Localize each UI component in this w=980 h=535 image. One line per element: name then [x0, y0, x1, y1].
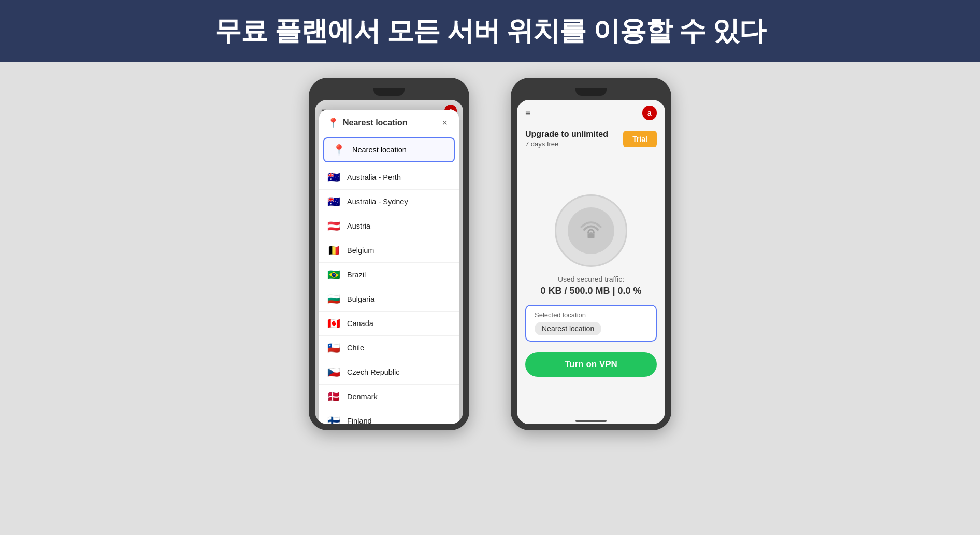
- svg-rect-1: [587, 233, 594, 238]
- modal-title: Nearest location: [343, 118, 439, 128]
- avira-logo-right: a: [642, 106, 657, 120]
- nearest-location-item[interactable]: 📍 Nearest location: [323, 137, 455, 162]
- list-item[interactable]: 🇨🇿 Czech Republic: [319, 360, 459, 385]
- flag-au-sydney: 🇦🇺: [327, 195, 342, 208]
- traffic-label: Used secured traffic:: [540, 275, 641, 284]
- upgrade-banner: Upgrade to unlimited 7 days free Trial: [517, 124, 665, 155]
- location-modal: 📍 Nearest location × 📍 Nearest location …: [319, 110, 459, 424]
- vpn-shield-circle: [555, 194, 627, 267]
- country-name: Australia - Sydney: [347, 198, 408, 206]
- trial-button[interactable]: Trial: [623, 131, 657, 147]
- phone-notch-right: [575, 88, 607, 96]
- flag-br: 🇧🇷: [327, 269, 342, 281]
- country-name: Bulgaria: [347, 295, 374, 303]
- upgrade-subtitle: 7 days free: [525, 140, 608, 148]
- header-title: 무료 플랜에서 모든 서버 위치를 이용할 수 있다: [214, 13, 765, 49]
- left-phone-screen: ≡ a 📍 Nearest location × 📍 Nearest locat…: [315, 100, 463, 424]
- list-item[interactable]: 🇩🇰 Denmark: [319, 385, 459, 409]
- turn-on-vpn-button[interactable]: Turn on VPN: [525, 352, 657, 377]
- right-phone-screen: ≡ a Upgrade to unlimited 7 days free Tri…: [517, 100, 665, 424]
- location-list[interactable]: 📍 Nearest location 🇦🇺 Australia - Perth …: [319, 134, 459, 424]
- right-phone-mockup: ≡ a Upgrade to unlimited 7 days free Tri…: [511, 78, 671, 430]
- country-name: Brazil: [347, 271, 366, 279]
- list-item[interactable]: 🇦🇺 Australia - Sydney: [319, 190, 459, 214]
- country-name: Austria: [347, 222, 370, 230]
- home-indicator: [575, 420, 607, 422]
- selected-location-value: Nearest location: [535, 322, 601, 335]
- flag-au-perth: 🇦🇺: [327, 171, 342, 184]
- list-item[interactable]: 🇧🇬 Bulgaria: [319, 287, 459, 312]
- left-phone-mockup: ≡ a 📍 Nearest location × 📍 Nearest locat…: [309, 78, 469, 430]
- country-name: Canada: [347, 319, 373, 328]
- list-item[interactable]: 🇦🇺 Australia - Perth: [319, 165, 459, 190]
- right-phone-top-bar: [517, 84, 665, 100]
- flag-dk: 🇩🇰: [327, 390, 342, 403]
- country-name: Australia - Perth: [347, 173, 401, 181]
- flag-cl: 🇨🇱: [327, 342, 342, 354]
- vpn-top-bar: ≡ a: [517, 100, 665, 124]
- vpn-shield-inner: [568, 207, 614, 254]
- country-name: Denmark: [347, 392, 378, 401]
- upgrade-title: Upgrade to unlimited: [525, 130, 608, 139]
- country-name: Finland: [347, 417, 372, 424]
- nearest-flag: 📍: [333, 144, 347, 156]
- left-phone-top-bar: [315, 84, 463, 100]
- header-banner: 무료 플랜에서 모든 서버 위치를 이용할 수 있다: [0, 0, 980, 62]
- hamburger-icon-right[interactable]: ≡: [525, 108, 531, 119]
- nearest-location-name: Nearest location: [352, 146, 407, 154]
- list-item[interactable]: 🇧🇪 Belgium: [319, 238, 459, 263]
- list-item[interactable]: 🇧🇷 Brazil: [319, 263, 459, 287]
- traffic-value: 0 KB / 500.0 MB | 0.0 %: [540, 286, 641, 297]
- phone-notch: [373, 88, 405, 96]
- modal-header: 📍 Nearest location ×: [319, 110, 459, 134]
- country-name: Chile: [347, 344, 364, 352]
- vpn-center: Used secured traffic: 0 KB / 500.0 MB | …: [517, 155, 665, 416]
- content-area: ≡ a 📍 Nearest location × 📍 Nearest locat…: [0, 62, 980, 535]
- pin-icon: 📍: [327, 117, 339, 129]
- shield-icon: [577, 216, 606, 245]
- country-name: Czech Republic: [347, 368, 400, 376]
- selected-location-label: Selected location: [535, 311, 647, 319]
- country-name: Belgium: [347, 246, 374, 255]
- list-item[interactable]: 🇫🇮 Finland: [319, 409, 459, 424]
- upgrade-text: Upgrade to unlimited 7 days free: [525, 130, 608, 148]
- modal-close-button[interactable]: ×: [439, 117, 451, 129]
- list-item[interactable]: 🇨🇱 Chile: [319, 336, 459, 360]
- flag-be: 🇧🇪: [327, 244, 342, 257]
- traffic-section: Used secured traffic: 0 KB / 500.0 MB | …: [540, 275, 641, 297]
- list-item[interactable]: 🇨🇦 Canada: [319, 312, 459, 336]
- flag-fi: 🇫🇮: [327, 415, 342, 424]
- flag-bg: 🇧🇬: [327, 293, 342, 305]
- flag-at: 🇦🇹: [327, 220, 342, 232]
- list-item[interactable]: 🇦🇹 Austria: [319, 214, 459, 238]
- flag-ca: 🇨🇦: [327, 317, 342, 330]
- flag-cz: 🇨🇿: [327, 366, 342, 378]
- selected-location-box[interactable]: Selected location Nearest location: [525, 305, 657, 342]
